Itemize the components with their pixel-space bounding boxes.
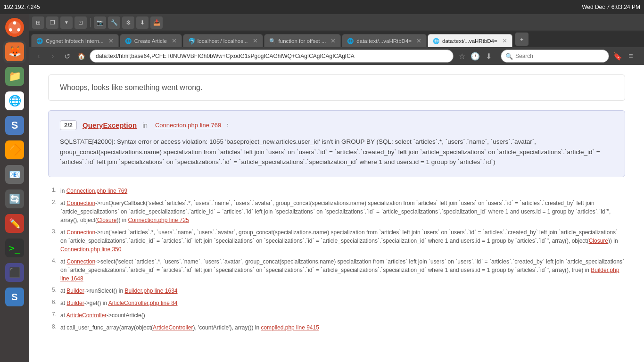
address-bar: ‹ › ↺ 🏠 ☆ 🕐 ⬇ 🔍 🔖 ≡ [29,47,644,65]
sidebar-chrome[interactable]: 🌐 [3,90,26,112]
stack-link-2b[interactable]: Closure [97,217,116,223]
tab-function[interactable]: 🔍 function for offset ... ✕ [264,34,341,47]
stack-link-3b[interactable]: Closure [589,238,608,244]
unity-sidebar: 🦊 📁 🌐 S 🔶 📧 🔄 ✏️ >_ ⬛ S [0,14,29,362]
ubuntu-logo[interactable] [3,16,26,39]
stack-link-4a[interactable]: Connection [66,258,95,265]
stack-text-5: at Builder->runSelect() in Builder.php l… [60,287,625,295]
stack-num-4: 4. [48,257,57,283]
tools-button[interactable]: 🔧 [108,16,120,29]
taskbar-right: Wed Dec 7 6:03:24 PM [582,4,640,10]
tab-data2[interactable]: 🌐 data:text/...vaHRtbD4= ✕ [428,34,512,47]
exception-body: SQLSTATE[42000]: Syntax error or access … [60,137,613,167]
addon-icon[interactable]: 🔖 [612,50,623,62]
stack-num-6: 6. [48,299,57,307]
browser-window: ⊞ ❐ ▼ ⊡ 📷 🔧 ⚙ ⬇ 📥 🌐 Cygnet Infotech Inte… [29,14,644,362]
refresh-button[interactable]: ↺ [61,50,73,62]
stack-num-1: 1. [48,187,57,195]
address-icons: ☆ 🕐 ⬇ [456,50,494,62]
stack-link-2a[interactable]: Connection [66,200,95,206]
tab-favicon-data1: 🌐 [347,38,354,44]
stack-item-6: 6. at Builder->get() in ArticleControlle… [48,299,625,307]
download-button[interactable]: ⬇ [136,16,149,29]
stack-link-8a[interactable]: ArticleController [153,324,193,331]
stack-trace: 1. in Connection.php line 769 2. at Conn… [48,187,625,332]
stack-link-5b[interactable]: Builder.php line 1634 [124,288,177,294]
tab-label-cygnet: Cygnet Infotech Intern... [46,38,104,44]
stack-num-8: 8. [48,323,57,332]
tab-favicon-function: 🔍 [269,38,276,44]
sidebar-sublime[interactable]: S [3,114,26,137]
stack-link-3a[interactable]: Connection [66,229,95,236]
new-tab-plus[interactable]: + [515,33,528,46]
exception-file[interactable]: Connection.php line 769 [155,122,221,129]
stack-text-2: at Connection->runQueryCallback('select … [60,199,625,224]
stack-link-3c[interactable]: Connection.php line 350 [60,246,121,253]
exception-count: 2/2 [60,120,77,130]
stack-num-2: 2. [48,199,57,224]
import-button[interactable]: 📥 [150,16,163,29]
svg-point-1 [13,21,17,25]
svg-point-2 [9,28,12,32]
stack-link-5a[interactable]: Builder [66,288,84,294]
tab-close-create[interactable]: ✕ [172,37,177,44]
stack-num-3: 3. [48,228,57,254]
sidebar-vlc[interactable]: 🔶 [3,139,26,161]
toolbar-btn2[interactable]: ▼ [60,16,73,29]
search-input[interactable] [501,49,609,63]
sidebar-mail[interactable]: 📧 [3,163,26,186]
sidebar-cube[interactable]: ⬛ [3,261,26,284]
tab-cygnet[interactable]: 🌐 Cygnet Infotech Intern... ✕ [31,34,119,47]
menu-icon[interactable]: ≡ [625,50,636,62]
stack-text-6: at Builder->get() in ArticleController.p… [60,299,625,307]
screenshot-button[interactable]: 📷 [94,16,106,29]
stack-num-7: 7. [48,311,57,320]
stack-text-8: at call_user_func_array(array(object(Art… [60,323,625,332]
stack-text-3: at Connection->run('select `articles`.*,… [60,228,625,254]
tabs-bar: 🌐 Cygnet Infotech Intern... ✕ 🌐 Create A… [29,31,644,47]
stack-link-1[interactable]: Connection.php line 769 [66,188,127,194]
tab-data1[interactable]: 🌐 data:text/...vaHRtbD4= ✕ [342,34,427,47]
restore-button[interactable]: ❐ [46,16,58,29]
back-to-top-button[interactable]: ⊡ [74,16,87,29]
sidebar-pencil[interactable]: ✏️ [3,212,26,235]
taskbar-top: 192.192.7.245 Wed Dec 7 6:03:24 PM [0,0,644,14]
forward-button[interactable]: › [47,50,58,62]
sidebar-update[interactable]: 🔄 [3,188,26,210]
tab-create[interactable]: 🌐 Create Article ✕ [120,34,182,47]
stack-link-6b[interactable]: ArticleController.php line 84 [108,300,178,306]
stack-link-6a[interactable]: Builder [66,300,84,306]
new-tab-button[interactable]: ⊞ [32,16,44,29]
sidebar-sublime2[interactable]: S [3,286,26,308]
back-button[interactable]: ‹ [33,50,44,62]
tab-close-localhost[interactable]: ✕ [253,37,258,44]
stack-item-7: 7. at ArticleController->countArticle() [48,311,625,320]
tab-favicon-cygnet: 🌐 [36,38,43,44]
stack-item-5: 5. at Builder->runSelect() in Builder.ph… [48,287,625,295]
tab-localhost[interactable]: 🐬 localhost / localhos... ✕ [183,34,263,47]
stack-item-8: 8. at call_user_func_array(array(object(… [48,323,625,332]
stack-link-8b[interactable]: compiled.php line 9415 [261,324,319,331]
stack-link-7a[interactable]: ArticleController [66,312,107,319]
sidebar-terminal[interactable]: >_ [3,237,26,259]
tab-favicon-data2: 🌐 [433,38,439,44]
exception-card: 2/2 QueryException in Connection.php lin… [48,110,625,177]
sidebar-firefox[interactable]: 🦊 [3,41,26,63]
search-wrap: 🔍 [501,49,609,63]
home-button[interactable]: 🏠 [75,50,87,62]
stack-link-4b[interactable]: Builder.php line 1648 [60,267,619,282]
exception-class[interactable]: QueryException [83,121,137,129]
download-icon-addr[interactable]: ⬇ [483,50,494,62]
history-icon[interactable]: 🕐 [470,50,481,62]
tab-close-data1[interactable]: ✕ [416,37,421,44]
tab-close-cygnet[interactable]: ✕ [108,37,114,44]
tab-close-function[interactable]: ✕ [330,37,336,44]
tab-close-data2[interactable]: ✕ [502,37,507,44]
address-input[interactable] [90,49,454,63]
search-icon: 🔍 [505,53,513,60]
sidebar-files[interactable]: 📁 [3,65,26,88]
settings-button[interactable]: ⚙ [122,16,134,29]
stack-link-2c[interactable]: Connection.php line 725 [128,217,189,223]
bookmark-icon[interactable]: ☆ [456,50,468,62]
ip-address: 192.192.7.245 [4,4,40,10]
